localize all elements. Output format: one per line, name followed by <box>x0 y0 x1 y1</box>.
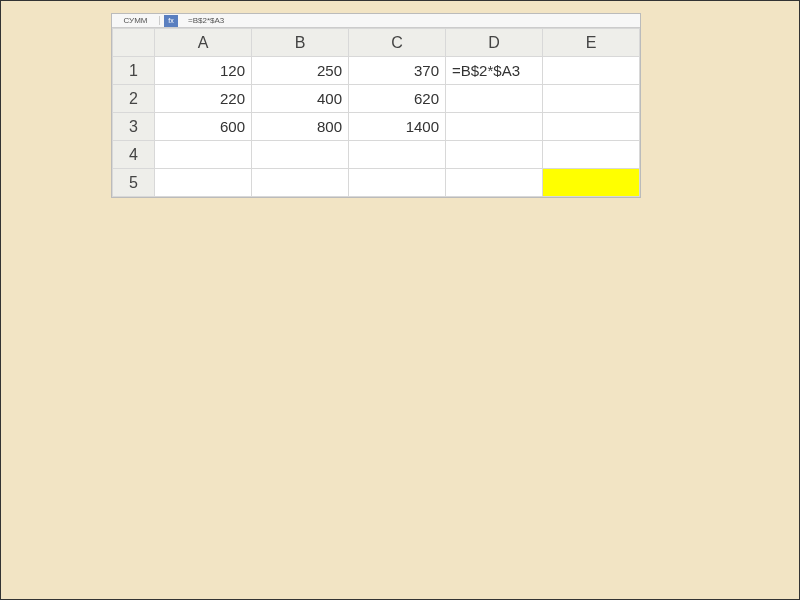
row-header-5[interactable]: 5 <box>113 169 155 197</box>
formula-bar: СУММ fx =B$2*$A3 <box>112 14 640 28</box>
col-header-d[interactable]: D <box>446 29 543 57</box>
spreadsheet-window: СУММ fx =B$2*$A3 A B C D E 1 120 250 370… <box>111 13 641 198</box>
row-header-3[interactable]: 3 <box>113 113 155 141</box>
cell-b3[interactable]: 800 <box>252 113 349 141</box>
cell-a3[interactable]: 600 <box>155 113 252 141</box>
cell-e4[interactable] <box>543 141 640 169</box>
cell-a5[interactable] <box>155 169 252 197</box>
cell-d1[interactable]: =B$2*$A3 <box>446 57 543 85</box>
cell-c3[interactable]: 1400 <box>349 113 446 141</box>
cell-d2[interactable] <box>446 85 543 113</box>
name-box[interactable]: СУММ <box>112 16 160 25</box>
cell-e3[interactable] <box>543 113 640 141</box>
cell-c2[interactable]: 620 <box>349 85 446 113</box>
cell-b4[interactable] <box>252 141 349 169</box>
row-header-4[interactable]: 4 <box>113 141 155 169</box>
cell-a2[interactable]: 220 <box>155 85 252 113</box>
row-header-1[interactable]: 1 <box>113 57 155 85</box>
col-header-c[interactable]: C <box>349 29 446 57</box>
cell-a4[interactable] <box>155 141 252 169</box>
cell-c4[interactable] <box>349 141 446 169</box>
cell-d4[interactable] <box>446 141 543 169</box>
col-header-b[interactable]: B <box>252 29 349 57</box>
cell-e5[interactable] <box>543 169 640 197</box>
col-header-a[interactable]: A <box>155 29 252 57</box>
cell-a1[interactable]: 120 <box>155 57 252 85</box>
cell-c5[interactable] <box>349 169 446 197</box>
cell-d3[interactable] <box>446 113 543 141</box>
cell-b5[interactable] <box>252 169 349 197</box>
cell-c1[interactable]: 370 <box>349 57 446 85</box>
cell-e1[interactable] <box>543 57 640 85</box>
cell-b2[interactable]: 400 <box>252 85 349 113</box>
formula-input[interactable]: =B$2*$A3 <box>182 16 640 25</box>
cell-b1[interactable]: 250 <box>252 57 349 85</box>
row-header-2[interactable]: 2 <box>113 85 155 113</box>
col-header-e[interactable]: E <box>543 29 640 57</box>
cell-e2[interactable] <box>543 85 640 113</box>
select-all-corner[interactable] <box>113 29 155 57</box>
fx-icon[interactable]: fx <box>164 15 178 27</box>
cell-d5[interactable] <box>446 169 543 197</box>
spreadsheet-grid: A B C D E 1 120 250 370 =B$2*$A3 2 220 4… <box>112 28 640 197</box>
